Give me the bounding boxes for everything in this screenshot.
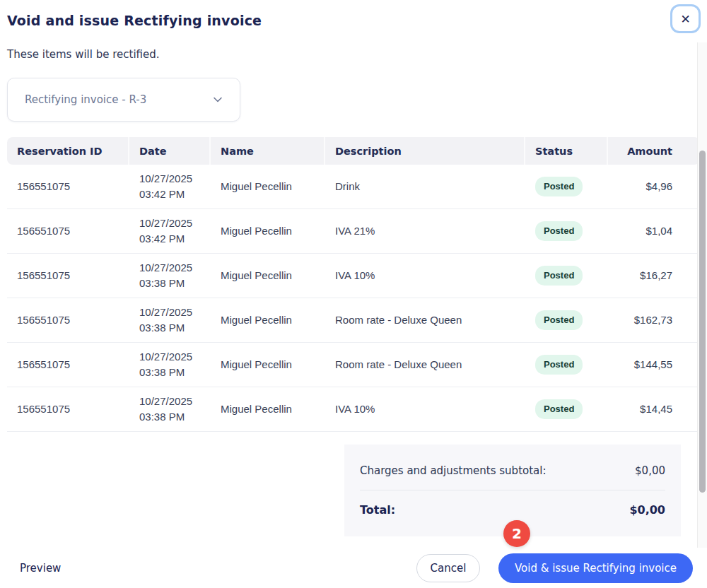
cell-name: Miguel Pecellin	[211, 401, 325, 417]
table-body: 156551075 10/27/2025 03:42 PM Miguel Pec…	[7, 165, 700, 432]
status-badge: Posted	[535, 355, 583, 375]
table-row: 156551075 10/27/2025 03:38 PM Miguel Pec…	[7, 343, 700, 387]
cell-description: IVA 10%	[325, 401, 525, 417]
modal-subtitle: These items will be rectified.	[7, 48, 700, 61]
cell-reservation-id: 156551075	[7, 268, 129, 283]
cell-status: Posted	[525, 399, 608, 420]
charges-table: Reservation ID Date Name Description Sta…	[7, 137, 700, 432]
cell-amount: $144,55	[608, 357, 682, 372]
total-label: Total:	[360, 503, 395, 517]
cell-date: 10/27/2025 03:38 PM	[129, 260, 211, 291]
void-issue-rectifying-invoice-button[interactable]: Void & issue Rectifying invoice	[498, 553, 693, 583]
cell-status: Posted	[525, 310, 608, 331]
select-value: Rectifying invoice - R-3	[25, 93, 146, 106]
total-value: $0,00	[629, 503, 665, 517]
cell-date: 10/27/2025 03:38 PM	[129, 394, 211, 425]
table-row: 156551075 10/27/2025 03:38 PM Miguel Pec…	[7, 298, 700, 343]
table-row: 156551075 10/27/2025 03:38 PM Miguel Pec…	[7, 387, 700, 432]
cell-name: Miguel Pecellin	[211, 312, 325, 328]
cell-date-time: 03:42 PM	[139, 187, 201, 202]
cell-date-date: 10/27/2025	[139, 349, 201, 365]
rectifying-invoice-select[interactable]: Rectifying invoice - R-3	[7, 78, 240, 122]
column-header-amount: Amount	[608, 137, 682, 165]
step-annotation-badge: 2	[503, 520, 530, 547]
cell-status: Posted	[525, 266, 608, 286]
column-header-description: Description	[325, 137, 525, 165]
subtotal-value: $0,00	[635, 464, 665, 477]
cell-date-date: 10/27/2025	[139, 394, 201, 409]
subtotal-label: Charges and adjustments subtotal:	[360, 464, 547, 477]
page-title: Void and issue Rectifying invoice	[7, 13, 700, 28]
close-button[interactable]: ✕	[670, 4, 701, 33]
cell-description: Drink	[325, 179, 525, 194]
cell-description: IVA 21%	[325, 223, 525, 239]
status-badge: Posted	[535, 399, 583, 420]
cell-date-time: 03:42 PM	[139, 231, 201, 247]
cell-amount: $162,73	[608, 312, 682, 328]
cell-status: Posted	[525, 177, 608, 197]
cell-amount: $4,96	[608, 179, 682, 194]
table-row: 156551075 10/27/2025 03:42 PM Miguel Pec…	[7, 209, 700, 254]
preview-button[interactable]: Preview	[20, 562, 61, 575]
cell-name: Miguel Pecellin	[211, 223, 325, 239]
cell-date-date: 10/27/2025	[139, 260, 201, 276]
cell-date-date: 10/27/2025	[139, 216, 201, 231]
cell-amount: $14,45	[608, 401, 682, 417]
cell-date-time: 03:38 PM	[139, 365, 201, 380]
status-badge: Posted	[535, 310, 583, 331]
cell-date: 10/27/2025 03:38 PM	[129, 305, 211, 336]
cell-date: 10/27/2025 03:42 PM	[129, 216, 211, 247]
cell-status: Posted	[525, 355, 608, 375]
subtotal-row: Charges and adjustments subtotal: $0,00	[360, 452, 665, 490]
table-row: 156551075 10/27/2025 03:42 PM Miguel Pec…	[7, 165, 700, 209]
cell-description: Room rate - Deluxe Queen	[325, 312, 525, 328]
cell-date: 10/27/2025 03:38 PM	[129, 349, 211, 380]
cell-date-date: 10/27/2025	[139, 305, 201, 320]
status-badge: Posted	[535, 221, 583, 242]
table-row: 156551075 10/27/2025 03:38 PM Miguel Pec…	[7, 254, 700, 298]
cell-reservation-id: 156551075	[7, 179, 129, 194]
cell-reservation-id: 156551075	[7, 401, 129, 417]
cell-date: 10/27/2025 03:42 PM	[129, 171, 211, 202]
cell-date-time: 03:38 PM	[139, 409, 201, 425]
cell-amount: $1,04	[608, 223, 682, 239]
cell-name: Miguel Pecellin	[211, 357, 325, 372]
cell-reservation-id: 156551075	[7, 223, 129, 239]
column-header-reservation-id: Reservation ID	[7, 137, 129, 165]
cell-name: Miguel Pecellin	[211, 268, 325, 283]
cell-reservation-id: 156551075	[7, 357, 129, 372]
cell-description: IVA 10%	[325, 268, 525, 283]
status-badge: Posted	[535, 177, 583, 197]
cell-date-time: 03:38 PM	[139, 276, 201, 291]
cell-status: Posted	[525, 221, 608, 242]
cell-description: Room rate - Deluxe Queen	[325, 357, 525, 372]
modal-footer: Preview Cancel Void & issue Rectifying i…	[7, 553, 693, 583]
void-rectifying-invoice-modal: Void and issue Rectifying invoice ✕ Thes…	[0, 0, 707, 588]
cell-date-date: 10/27/2025	[139, 171, 201, 187]
cell-amount: $16,27	[608, 268, 682, 283]
cancel-button[interactable]: Cancel	[416, 554, 480, 582]
cell-name: Miguel Pecellin	[211, 179, 325, 194]
scrollbar-thumb[interactable]	[699, 151, 706, 493]
scrollbar-track[interactable]	[697, 42, 707, 548]
table-header-row: Reservation ID Date Name Description Sta…	[7, 137, 700, 165]
cell-date-time: 03:38 PM	[139, 320, 201, 336]
column-header-date: Date	[129, 137, 211, 165]
cell-reservation-id: 156551075	[7, 312, 129, 328]
column-header-status: Status	[525, 137, 608, 165]
chevron-down-icon	[213, 95, 223, 105]
close-icon: ✕	[680, 12, 690, 26]
status-badge: Posted	[535, 266, 583, 286]
column-header-name: Name	[211, 137, 325, 165]
